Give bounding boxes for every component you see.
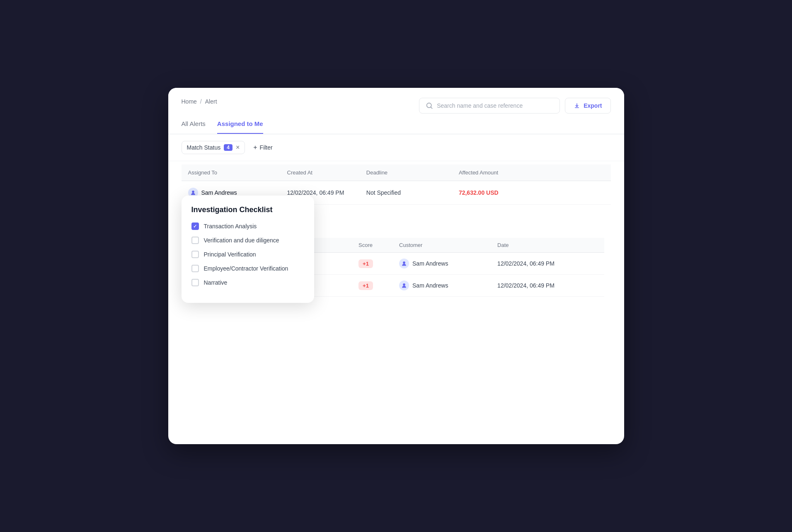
- breadcrumb: Home / Alert: [182, 98, 217, 105]
- col-deadline: Deadline: [366, 169, 459, 176]
- checklist-item-4[interactable]: Narrative: [191, 279, 304, 286]
- filter-label: Match Status: [187, 144, 221, 151]
- checklist-item-2[interactable]: Principal Verification: [191, 251, 304, 258]
- customer-avatar-0: [399, 259, 409, 268]
- created-at: 12/02/2024, 06:49 PM: [287, 189, 366, 196]
- checkbox-2[interactable]: [191, 251, 199, 258]
- filter-bar: Match Status 4 × + Filter: [168, 134, 624, 161]
- checkbox-0[interactable]: [191, 222, 199, 230]
- svg-line-1: [431, 107, 433, 109]
- search-bar[interactable]: Search name and case reference: [419, 98, 560, 114]
- breadcrumb-separator: /: [200, 98, 202, 105]
- affected-amount: 72,632.00 USD: [459, 189, 538, 196]
- col-assigned-to: Assigned To: [188, 169, 287, 176]
- breadcrumb-home[interactable]: Home: [182, 98, 197, 105]
- svg-point-0: [427, 103, 431, 108]
- tabs-container: All Alerts Assigned to Me: [168, 114, 624, 134]
- tx-score-1: +1: [354, 275, 394, 297]
- score-badge-1: +1: [358, 281, 373, 290]
- export-label: Export: [584, 102, 602, 109]
- score-badge-0: +1: [358, 259, 373, 268]
- checklist-label-1: Verification and due diligence: [204, 237, 279, 244]
- th-customer: Customer: [394, 238, 492, 253]
- case-table-header: Assigned To Created At Deadline Affected…: [182, 164, 611, 181]
- col-affected-amount: Affected Amount: [459, 169, 538, 176]
- svg-point-4: [403, 283, 405, 286]
- col-created-at: Created At: [287, 169, 366, 176]
- checklist-label-4: Narrative: [204, 279, 228, 286]
- filter-count: 4: [224, 144, 233, 151]
- add-filter-plus-icon: +: [253, 144, 257, 151]
- add-filter-label: Filter: [260, 144, 273, 151]
- add-filter-button[interactable]: + Filter: [250, 141, 276, 154]
- export-button[interactable]: Export: [565, 98, 610, 114]
- checklist-label-2: Principal Verification: [204, 251, 256, 258]
- assigned-name: Sam Andrews: [201, 189, 237, 196]
- tx-customer-0: Sam Andrews: [394, 253, 492, 275]
- tab-all-alerts[interactable]: All Alerts: [182, 120, 206, 134]
- filter-close-icon[interactable]: ×: [236, 144, 240, 151]
- svg-point-3: [403, 261, 405, 264]
- checkbox-1[interactable]: [191, 237, 199, 244]
- export-icon: [574, 102, 580, 109]
- investigation-checklist-popup: Investigation Checklist Transaction Anal…: [182, 196, 314, 303]
- deadline: Not Specified: [366, 189, 459, 196]
- checkbox-3[interactable]: [191, 265, 199, 272]
- customer-avatar-1: [399, 281, 409, 290]
- checklist-label-3: Employee/Contractor Verification: [204, 265, 288, 272]
- search-icon: [426, 102, 433, 109]
- checklist-item-0[interactable]: Transaction Analysis: [191, 222, 304, 230]
- svg-point-2: [192, 191, 194, 193]
- tx-customer-1: Sam Andrews: [394, 275, 492, 297]
- breadcrumb-current[interactable]: Alert: [205, 98, 217, 105]
- checklist-item-1[interactable]: Verification and due diligence: [191, 237, 304, 244]
- tx-date-0: 12/02/2024, 06:49 PM: [492, 253, 604, 275]
- checkbox-4[interactable]: [191, 279, 199, 286]
- th-score: Score: [354, 238, 394, 253]
- tx-score-0: +1: [354, 253, 394, 275]
- checklist-label-0: Transaction Analysis: [204, 223, 257, 230]
- tx-date-1: 12/02/2024, 06:49 PM: [492, 275, 604, 297]
- checklist-title: Investigation Checklist: [191, 206, 304, 214]
- tab-assigned-to-me[interactable]: Assigned to Me: [217, 120, 263, 134]
- th-date: Date: [492, 238, 604, 253]
- search-placeholder-text: Search name and case reference: [437, 102, 523, 109]
- match-status-filter[interactable]: Match Status 4 ×: [182, 141, 245, 154]
- checklist-item-3[interactable]: Employee/Contractor Verification: [191, 265, 304, 272]
